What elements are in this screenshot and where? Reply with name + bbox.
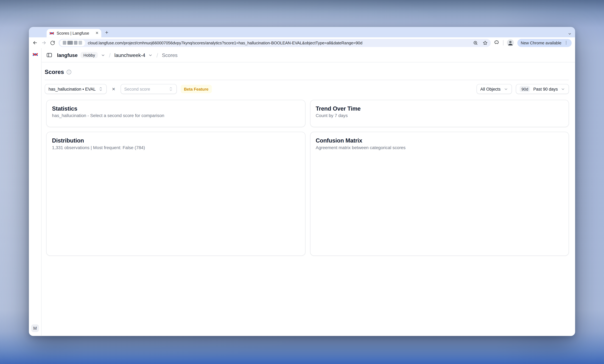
browser-menu-dots-icon[interactable]: ⋮ [564, 42, 568, 43]
confusion-subtitle: Agreement matrix between categorical sco… [316, 145, 563, 150]
page-content: Scores i has_hallucination • EVAL ✕ [41, 63, 575, 336]
object-type-value: All Objects [480, 87, 501, 91]
org-chevron-down-icon[interactable] [101, 53, 105, 57]
new-tab-button[interactable]: + [105, 30, 108, 35]
statistics-subtitle: has_hallucination - Select a second scor… [52, 113, 300, 118]
second-score-select[interactable]: Second score [120, 84, 177, 94]
chevrons-updown-icon [99, 87, 103, 91]
bookmark-star-icon[interactable] [483, 40, 488, 45]
redacted-site-label [74, 41, 77, 45]
page-title: Scores [45, 69, 64, 75]
toolbar-separator [503, 40, 503, 45]
project-name[interactable]: launchweek-4 [114, 52, 145, 58]
date-range-select[interactable]: 90d Past 90 days [516, 84, 569, 94]
user-avatar-badge[interactable]: M [31, 324, 39, 332]
trend-card: Trend Over Time Count by 7 days [310, 100, 569, 127]
distribution-title: Distribution [52, 137, 300, 144]
chevron-down-icon [561, 87, 565, 91]
minimize-window-button[interactable] [40, 30, 44, 34]
tab-search-chevron-icon[interactable] [568, 30, 572, 37]
beta-feature-badge: Beta Feature [180, 85, 212, 93]
app-header: langfuse Hobby / launchweek-4 / Scores [41, 48, 575, 63]
remove-score-button[interactable]: ✕ [111, 87, 116, 91]
statistics-title: Statistics [52, 105, 300, 112]
extensions-icon[interactable] [494, 40, 500, 45]
score1-value: has_hallucination • EVAL [49, 87, 96, 91]
breadcrumb-separator: / [109, 52, 111, 58]
distribution-card: Distribution 1,331 observations | Most f… [46, 132, 305, 256]
redacted-site-label [79, 41, 82, 45]
main-panel: langfuse Hobby / launchweek-4 / Scores [41, 48, 575, 336]
sidebar-rail: M [29, 48, 42, 336]
info-icon: i [67, 70, 71, 74]
redacted-site-icon [63, 41, 66, 45]
forward-icon[interactable] [41, 40, 47, 45]
close-window-button[interactable] [33, 30, 37, 34]
browser-tab[interactable]: Scores | Langfuse ✕ [47, 29, 101, 38]
browser-toolbar: cloud.langfuse.com/project/cmhnuoj660007… [29, 38, 575, 48]
confusion-title: Confusion Matrix [316, 137, 563, 144]
project-chevron-down-icon[interactable] [148, 53, 152, 57]
zoom-page-icon[interactable] [473, 40, 478, 45]
langfuse-favicon [49, 31, 54, 36]
new-chrome-label: New Chrome available [521, 40, 562, 45]
object-type-select[interactable]: All Objects [477, 84, 512, 94]
langfuse-app: M langfuse Hobby / launchweek-4 [29, 48, 575, 336]
tab-close-icon[interactable]: ✕ [95, 31, 99, 35]
browser-tab-strip: Scores | Langfuse ✕ + [29, 27, 575, 37]
site-permissions-chip[interactable] [60, 39, 85, 46]
plan-badge: Hobby [81, 52, 98, 58]
desktop: Scores | Langfuse ✕ + [0, 0, 604, 364]
address-bar[interactable]: cloud.langfuse.com/project/cmhnuoj660007… [59, 39, 491, 47]
tab-bar [45, 80, 569, 80]
url-text[interactable]: cloud.langfuse.com/project/cmhnuoj660007… [88, 40, 470, 45]
statistics-card: Statistics has_hallucination - Select a … [46, 100, 305, 127]
filter-row: has_hallucination • EVAL ✕ Second score [45, 84, 569, 94]
profile-avatar[interactable] [507, 39, 514, 46]
confusion-matrix-card: Confusion Matrix Agreement matrix betwee… [310, 132, 569, 256]
trend-subtitle: Count by 7 days [316, 113, 563, 118]
range-code-chip: 90d [519, 86, 530, 92]
chevrons-updown-icon [168, 87, 173, 91]
breadcrumb-separator: / [156, 52, 158, 58]
range-label: Past 90 days [533, 87, 558, 91]
back-icon[interactable] [32, 40, 38, 45]
browser-window: Scores | Langfuse ✕ + [29, 27, 575, 336]
second-score-placeholder: Second score [124, 87, 165, 91]
langfuse-logo [32, 51, 38, 59]
redacted-site-label [67, 41, 73, 45]
breadcrumb-page: Scores [162, 52, 177, 58]
distribution-subtitle: 1,331 observations | Most frequent: Fals… [52, 145, 300, 150]
new-chrome-available-button[interactable]: New Chrome available ⋮ [517, 39, 572, 47]
score1-select[interactable]: has_hallucination • EVAL [45, 84, 107, 94]
reload-icon[interactable] [50, 40, 55, 45]
trend-title: Trend Over Time [316, 105, 563, 112]
sidebar-toggle-icon[interactable] [46, 52, 52, 58]
org-name[interactable]: langfuse [57, 52, 77, 58]
chevron-down-icon [504, 87, 508, 91]
tab-title: Scores | Langfuse [57, 31, 93, 35]
